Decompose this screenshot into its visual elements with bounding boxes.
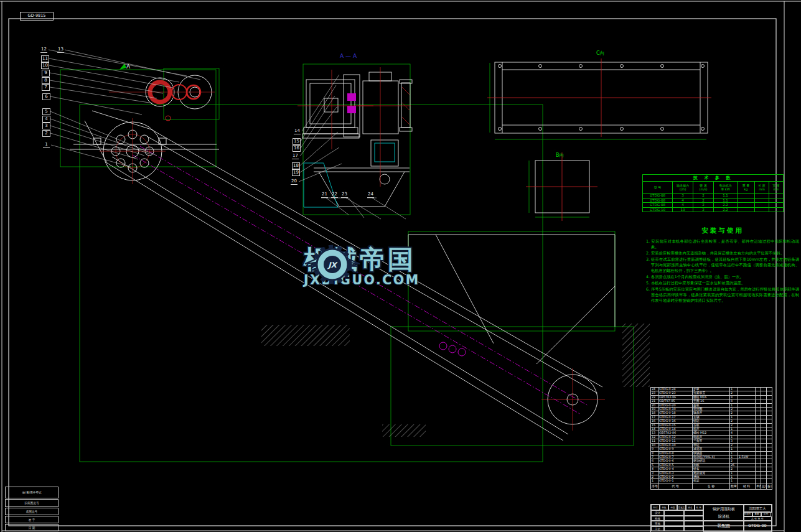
view-c-label: C向 [596,50,605,56]
balloon-16: 16 [293,145,301,152]
params-cell: 10 [673,207,693,212]
parts-list-table: 24GTDG-0-24护罩123GTDG-0-23拉紧装置222GB5782-8… [650,387,772,490]
sign-cell: 工艺 [651,526,664,532]
balloon-17: 17 [292,153,299,159]
params-cell [738,194,755,198]
balloon-23: 23 [341,192,348,198]
margin-block-0: 借(通)用件登记 [5,487,59,498]
bom-header-cell: 材 料 [738,483,756,489]
balloon-24: 24 [367,192,374,198]
bom-header-cell: 名 称 [693,483,730,489]
stage-header: 阶段标记 [743,511,752,516]
note-item-2: 2. 安装前应检查槽体内无遗留杂物，并且保证槽体左右方向的水平位置不倾斜。 [646,250,799,256]
margin-block-3: 签 字 [5,516,59,523]
bom-header-cell: 数量 [730,483,738,489]
view-b-label: B向 [556,152,564,158]
stage-header: 重量 [752,511,762,516]
balloon-21: 21 [321,192,328,198]
params-header-1: 输送能力(t/h) [673,182,693,194]
margin-block-1: 旧底图总号 [5,499,59,507]
view-c [487,58,711,137]
params-header-3: 电动机功率 kW [714,182,738,194]
drawing-number-cell: GTDG-00 [743,520,772,532]
head-sprocket [100,118,166,184]
balloon-14: 14 [294,128,301,134]
params-cell [738,207,755,212]
sign-row: 设计 [651,510,703,516]
params-cell: 2.2 [714,203,738,208]
bom-header-cell: 备注 [767,483,772,489]
leader-lines [49,50,406,219]
params-title: 技 术 参 数 [643,175,784,182]
params-cell: 2 [693,203,714,208]
params-row-3: GTDG-101022.2 [643,207,784,212]
technical-parameters-table: 技 术 参 数型 号输送能力(t/h)链 速(m/s)电动机功率 kW重 量kg… [642,174,784,212]
balloon-4: 4 [42,116,50,123]
params-cell [755,194,769,198]
rev-header: 标记 [651,505,660,510]
params-cell: GTDG-10 [643,207,673,212]
params-cell [738,203,755,208]
product-name-cell: 锅炉用湿刮板 除渣机 [703,505,744,521]
bom-header-cell: 序号 [651,483,658,489]
sign-cell: 设计 [651,510,664,516]
drive-gear-unit [93,75,215,144]
params-cell: 3 [673,194,693,198]
balloon-20: 20 [291,179,297,185]
params-cell: 4 [673,203,693,208]
sign-row: 工艺 [651,526,703,532]
params-cell: 1.1 [714,198,738,203]
params-cell: GTDG-08 [643,203,673,208]
note-item-1: 1. 安装前应对本机各部位进行全面检查，是否有零、部件在运输过程中损坏和松动现象… [646,238,799,250]
balloon-3: 3 [42,123,50,129]
rev-header: 签名 [686,505,695,510]
sign-cell: 审核 [651,521,664,526]
balloon-13: 13 [57,47,64,53]
bom-header-cell: 单件 [756,483,761,489]
sign-cell [664,521,683,526]
params-cell: 2 [693,198,714,203]
params-cell [755,207,769,212]
balloon-5: 5 [42,108,50,115]
bom-header-cell: 代 号 [658,483,693,489]
sign-cell [684,526,703,532]
params-header-4: 重 量kg [738,182,755,194]
balloon-6: 6 [42,93,50,100]
params-cell: 4 [673,198,693,203]
logo-initials: JX [327,261,338,269]
sign-cell [684,510,703,516]
params-cell: 2 [693,194,714,198]
balloon-10: 10 [41,62,49,69]
bom-header-row: 序号代 号名 称数量材 料单件总计备注 [651,483,772,489]
balloon-1: 1 [43,142,50,148]
rev-header: 更改文件号 [677,505,686,510]
tail-pulley [541,368,605,431]
rev-header: 处数 [660,505,668,510]
margin-block-2: 底图总号 [5,508,59,515]
sign-cell [684,521,703,526]
view-label-texts: A — A C向 B向 A [126,50,605,158]
stage-header: 比例 [761,511,771,516]
section-aa-view [297,67,412,207]
view-b [526,152,597,221]
balloon-22: 22 [331,192,338,198]
params-cell [769,198,784,203]
section-aa-label: A — A [340,53,357,59]
watermark-logo: JX [304,240,361,289]
margin-block-4: 日 期 [5,524,59,531]
balloon-15: 15 [293,138,301,145]
chain-link-detail [439,342,466,356]
sign-row: 审核 [651,521,703,526]
balloon-18: 18 [292,162,300,169]
cad-drawing-sheet: A — A C向 B向 A GD-9815 121110987654321141… [0,0,801,532]
sheet-number-label: GD-9815 [20,12,54,21]
sign-row: 校核 [651,516,703,521]
installation-notes: 安装与使用 1. 安装前应对本机各部位进行全面检查，是否有零、部件在运输过程中损… [646,228,799,304]
params-cell: 2.2 [714,207,738,212]
sign-cell [664,516,683,521]
params-cell: GTDG-08 [643,198,673,203]
params-row-1: GTDG-08421.1 [643,198,784,203]
sign-cell [684,516,703,521]
rev-header: 年.月.日 [695,505,703,510]
note-item-6: 6. 序号5压板的安装位置应与闸门槽道进退自如为宜，然后在进行焊接位将其他零部件… [646,286,799,303]
